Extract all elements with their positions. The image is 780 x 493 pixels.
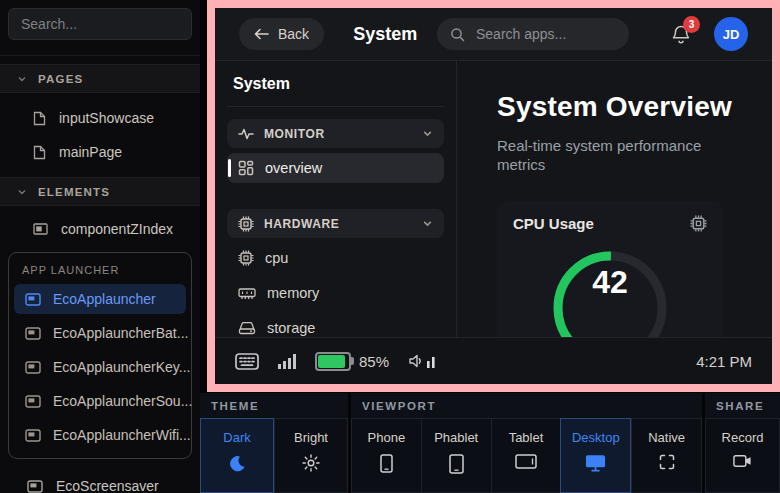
avatar[interactable]: JD: [714, 17, 748, 51]
item-label: EcoApplauncherKey...: [53, 359, 191, 375]
button-label: Dark: [223, 430, 250, 445]
button-label: Desktop: [572, 430, 620, 445]
selection-indicator: [228, 159, 231, 177]
sidebar-item-componentzindex[interactable]: componentZIndex: [0, 216, 200, 242]
app-statusbar: 85% 4:21 PM: [215, 337, 772, 384]
share-record-button[interactable]: Record: [705, 418, 780, 493]
storage-drive-icon: [238, 321, 256, 335]
nav-item-label: cpu: [265, 250, 288, 266]
sidebar-section-pages[interactable]: PAGES: [0, 64, 200, 93]
phablet-icon: [449, 454, 464, 474]
sidebar-section-elements[interactable]: ELEMENTS: [0, 177, 200, 206]
bottom-toolbar: THEME Dark Bright VIEWPORT: [200, 393, 780, 493]
sidebar-item-mainpage[interactable]: mainPage: [0, 139, 200, 165]
app-window-icon: [25, 361, 41, 374]
arrow-left-icon: [254, 28, 269, 40]
chevron-down-icon: [17, 187, 27, 197]
viewport-native-button[interactable]: Native: [631, 418, 702, 493]
app-window-icon: [25, 293, 41, 306]
sidebar-item-ecoapplauncher[interactable]: EcoApplauncher: [14, 284, 186, 314]
nav-item-label: memory: [267, 285, 319, 301]
phone-icon: [380, 454, 393, 473]
moon-icon: [228, 454, 247, 473]
notifications-button[interactable]: 3: [671, 24, 691, 45]
preview-frame: Back System 3 JD: [207, 0, 780, 392]
sidebar-item-ecoapplauncherwifi[interactable]: EcoApplauncherWifi...: [14, 420, 186, 450]
viewport-phablet-button[interactable]: Phablet: [421, 418, 491, 493]
viewport-tablet-button[interactable]: Tablet: [491, 418, 561, 493]
item-label: mainPage: [59, 144, 122, 160]
back-button[interactable]: Back: [239, 18, 324, 50]
nav-item-memory[interactable]: memory: [227, 278, 444, 308]
theme-group: THEME Dark Bright: [200, 393, 348, 493]
sidebar-item-ecoapplauncherbat[interactable]: EcoApplauncherBat...: [14, 318, 186, 348]
nav-item-label: storage: [267, 320, 315, 336]
share-group-label: SHARE: [705, 393, 780, 418]
button-label: Native: [648, 430, 685, 445]
page-subtitle: Real-time system performance metrics: [497, 136, 727, 175]
battery-indicator: 85%: [315, 352, 389, 371]
dashboard-grid-icon: [238, 160, 254, 176]
app-search[interactable]: [437, 18, 629, 50]
theme-group-label: THEME: [200, 393, 348, 418]
app-content: System Overview Real-time system perform…: [457, 61, 772, 337]
file-icon: [33, 145, 46, 160]
signal-bars-icon: [278, 354, 296, 369]
theme-bright-button[interactable]: Bright: [274, 418, 348, 493]
item-label: EcoApplauncher: [53, 291, 156, 307]
app-title: System: [353, 24, 417, 45]
item-label: inputShowcase: [59, 110, 154, 126]
app-window-icon: [25, 327, 41, 340]
component-icon: [33, 223, 48, 235]
item-label: EcoApplauncherWifi...: [53, 427, 191, 443]
battery-percent: 85%: [359, 353, 389, 370]
chevron-down-icon: [17, 74, 27, 84]
volume-indicator: [408, 354, 436, 368]
theme-dark-button[interactable]: Dark: [200, 418, 274, 493]
sidebar-item-ecoscreensaver[interactable]: EcoScreensaver: [0, 473, 200, 493]
sidebar-item-ecoapplaunchersou[interactable]: EcoApplauncherSou...: [14, 386, 186, 416]
section-label: PAGES: [38, 73, 83, 85]
chevron-down-icon: [422, 128, 433, 139]
cpu-chip-icon: [238, 250, 254, 266]
battery-icon: [315, 352, 351, 371]
card-title: CPU Usage: [513, 215, 594, 232]
button-label: Tablet: [509, 430, 544, 445]
sidebar-item-ecoapplauncherkey[interactable]: EcoApplauncherKey...: [14, 352, 186, 382]
search-icon: [450, 27, 465, 42]
file-icon: [33, 111, 46, 126]
cpu-usage-card: CPU Usage 42: [497, 201, 723, 337]
nav-item-label: overview: [265, 160, 322, 176]
sidebar-item-inputshowcase[interactable]: inputShowcase: [0, 105, 200, 131]
nav-group-hardware[interactable]: HARDWARE: [227, 209, 444, 238]
sidebar-search-input[interactable]: [8, 8, 192, 40]
app-body: System MONITOR: [215, 61, 772, 337]
speaker-icon: [408, 354, 424, 368]
desktop-monitor-icon: [585, 454, 606, 472]
app-nav: System MONITOR: [215, 61, 457, 337]
viewport-phone-button[interactable]: Phone: [351, 418, 421, 493]
app-launcher-group: APP LAUNCHER EcoApplauncher EcoApplaunch…: [8, 252, 192, 459]
nav-item-storage[interactable]: storage: [227, 313, 444, 343]
activity-icon: [238, 128, 254, 140]
nav-group-monitor[interactable]: MONITOR: [227, 119, 444, 148]
nav-item-overview[interactable]: overview: [227, 153, 444, 183]
nav-item-cpu[interactable]: cpu: [227, 243, 444, 273]
cpu-gauge: 42: [550, 248, 670, 337]
button-label: Bright: [294, 430, 328, 445]
share-group: SHARE Record: [705, 393, 780, 493]
sun-icon: [302, 454, 320, 472]
nav-title: System: [227, 75, 444, 107]
button-label: Phablet: [434, 430, 478, 445]
memory-icon: [238, 287, 256, 300]
app-topbar: Back System 3 JD: [215, 8, 772, 61]
app-search-input[interactable]: [474, 25, 616, 43]
viewport-desktop-button[interactable]: Desktop: [560, 418, 631, 493]
group-label: MONITOR: [264, 127, 325, 141]
item-label: EcoScreensaver: [56, 478, 159, 493]
back-label: Back: [278, 26, 309, 42]
tablet-icon: [515, 454, 537, 469]
record-camera-icon: [733, 454, 752, 468]
keyboard-icon[interactable]: [235, 353, 259, 370]
button-label: Record: [722, 430, 764, 445]
